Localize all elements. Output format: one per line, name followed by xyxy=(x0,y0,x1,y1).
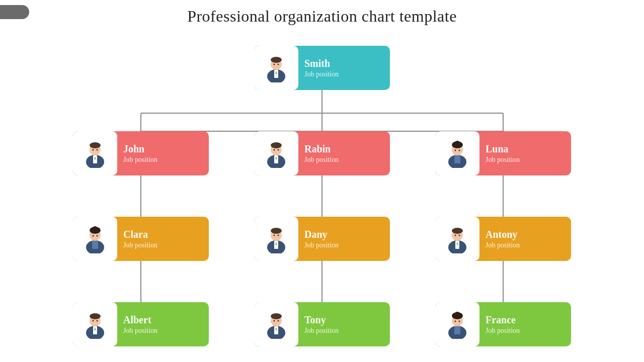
avatar-rabin xyxy=(254,131,298,175)
node-luna: Luna Job position xyxy=(435,131,571,175)
svg-point-71 xyxy=(93,320,94,322)
text-john: John Job position xyxy=(117,139,209,168)
svg-point-86 xyxy=(459,321,460,322)
svg-point-85 xyxy=(455,321,456,322)
position-dany: Job position xyxy=(304,241,384,249)
name-john: John xyxy=(123,143,203,155)
position-antony: Job position xyxy=(486,241,565,249)
svg-point-22 xyxy=(274,64,275,65)
text-antony: Antony Job position xyxy=(479,225,571,253)
text-dany: Dany Job position xyxy=(298,225,390,253)
position-albert: Job position xyxy=(123,327,203,335)
text-clara: Clara Job position xyxy=(117,225,209,253)
position-rabin: Job position xyxy=(304,156,384,164)
svg-point-28 xyxy=(90,142,101,148)
chart-area: Smith Job position John Job position xyxy=(25,31,619,357)
name-antony: Antony xyxy=(486,229,565,240)
node-antony: Antony Job position xyxy=(435,217,571,261)
name-rabin: Rabin xyxy=(304,143,384,155)
svg-point-29 xyxy=(93,149,94,151)
name-albert: Albert xyxy=(123,314,203,326)
svg-point-72 xyxy=(97,320,98,322)
node-smith: Smith Job position xyxy=(254,46,390,90)
name-dany: Dany xyxy=(304,229,384,240)
svg-point-30 xyxy=(97,149,98,151)
text-albert: Albert Job position xyxy=(117,310,209,339)
svg-point-23 xyxy=(278,64,279,65)
position-john: Job position xyxy=(123,156,203,164)
svg-point-63 xyxy=(452,228,463,234)
svg-point-42 xyxy=(455,141,460,146)
text-luna: Luna Job position xyxy=(479,139,571,168)
svg-point-36 xyxy=(274,149,275,151)
avatar-tony xyxy=(254,302,298,346)
node-dany: Dany Job position xyxy=(254,217,390,261)
svg-rect-46 xyxy=(92,241,98,249)
svg-point-37 xyxy=(278,149,279,151)
svg-point-70 xyxy=(90,313,101,319)
node-clara: Clara Job position xyxy=(73,217,209,261)
avatar-albert xyxy=(73,302,117,346)
name-france: France xyxy=(486,314,565,326)
position-luna: Job position xyxy=(486,156,565,164)
svg-point-35 xyxy=(271,142,282,148)
name-smith: Smith xyxy=(304,58,384,69)
svg-point-21 xyxy=(271,57,282,63)
avatar-antony xyxy=(435,217,479,261)
svg-point-64 xyxy=(455,235,456,236)
node-tony: Tony Job position xyxy=(254,302,390,346)
position-tony: Job position xyxy=(304,327,384,335)
svg-point-77 xyxy=(271,313,282,319)
name-clara: Clara xyxy=(123,229,203,240)
position-france: Job position xyxy=(486,327,565,335)
avatar-john xyxy=(73,131,117,175)
svg-point-65 xyxy=(459,235,460,236)
svg-point-79 xyxy=(278,320,279,322)
svg-point-58 xyxy=(278,235,279,236)
name-tony: Tony xyxy=(304,314,384,326)
node-john: John Job position xyxy=(73,131,209,175)
node-france: France Job position xyxy=(435,302,571,346)
avatar-smith xyxy=(254,46,298,90)
position-clara: Job position xyxy=(123,241,203,249)
svg-point-43 xyxy=(455,150,456,151)
avatar-dany xyxy=(254,217,298,261)
avatar-clara xyxy=(73,217,117,261)
svg-point-57 xyxy=(274,235,275,236)
svg-point-51 xyxy=(97,235,98,237)
text-smith: Smith Job position xyxy=(298,54,390,82)
decorative-pill xyxy=(0,5,29,19)
avatar-france xyxy=(435,302,479,346)
svg-point-78 xyxy=(274,320,275,322)
svg-rect-39 xyxy=(454,155,460,163)
text-france: France Job position xyxy=(479,310,571,339)
svg-point-44 xyxy=(459,150,460,151)
page-title: Professional organization chart template xyxy=(0,0,644,26)
org-chart: Smith Job position John Job position xyxy=(25,31,619,357)
svg-point-84 xyxy=(455,312,460,317)
name-luna: Luna xyxy=(486,143,565,155)
svg-point-49 xyxy=(93,226,98,231)
svg-rect-81 xyxy=(454,326,460,334)
position-smith: Job position xyxy=(304,70,384,78)
svg-point-56 xyxy=(271,228,282,234)
text-tony: Tony Job position xyxy=(298,310,390,339)
node-albert: Albert Job position xyxy=(73,302,209,346)
avatar-luna xyxy=(435,131,479,175)
node-rabin: Rabin Job position xyxy=(254,131,390,175)
svg-point-50 xyxy=(93,235,94,237)
text-rabin: Rabin Job position xyxy=(298,139,390,168)
